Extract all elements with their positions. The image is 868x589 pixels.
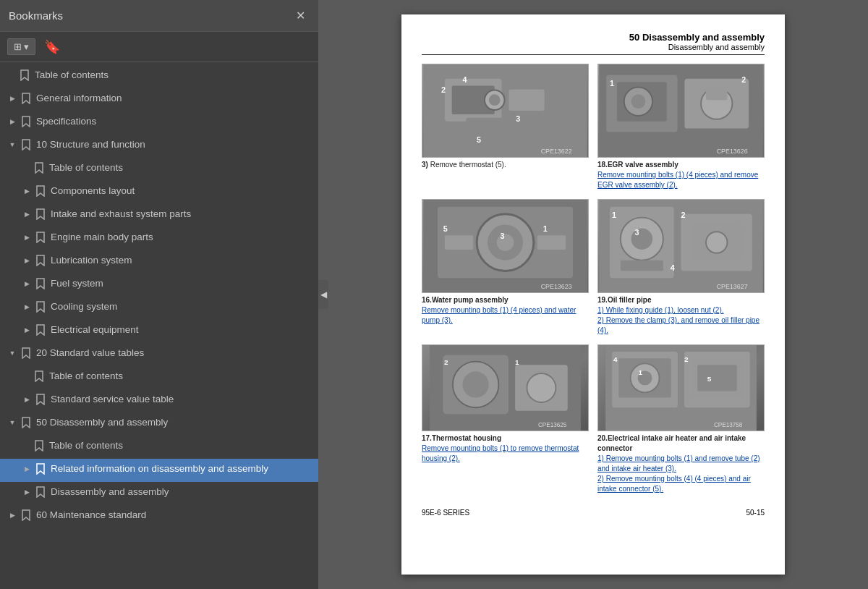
svg-point-4	[489, 94, 501, 106]
sidebar-title: Bookmarks	[9, 9, 63, 22]
sidebar-item-label: Related information on disassembly and a…	[51, 462, 312, 475]
svg-text:4: 4	[462, 75, 467, 84]
bookmark-icon	[35, 255, 46, 266]
sidebar-item-50-toc[interactable]: Table of contents	[0, 436, 318, 459]
sidebar-item-fuel-system[interactable]: Fuel system	[0, 274, 318, 297]
sidebar-item-20-standard[interactable]: 20 Standard value tables	[0, 343, 318, 366]
svg-rect-28	[445, 235, 473, 250]
bookmark-icon-button[interactable]: 🔖	[41, 38, 63, 56]
svg-text:1: 1	[612, 211, 616, 219]
image-caption-4: 19.Oil filler pipe 1) While fixing guide…	[597, 295, 765, 336]
expand-icon	[20, 255, 33, 268]
expand-icon	[6, 509, 19, 522]
sidebar-item-std-service[interactable]: Standard service value table	[0, 389, 318, 412]
close-button[interactable]: ✕	[292, 7, 310, 24]
expand-icon	[20, 301, 33, 314]
sidebar-item-label: Table of contents	[35, 69, 312, 82]
sidebar-item-intake-exhaust[interactable]: Intake and exhaust system parts	[0, 204, 318, 227]
svg-text:1: 1	[639, 368, 643, 376]
svg-text:CPE13627: CPE13627	[717, 283, 748, 290]
sidebar-item-label: Fuel system	[51, 277, 312, 290]
expand-icon	[20, 278, 33, 291]
page-header: 50 Disassembly and assembly Disassembly …	[422, 32, 765, 55]
svg-text:5: 5	[443, 224, 448, 233]
svg-text:CPE13758: CPE13758	[714, 422, 743, 428]
bookmark-icon	[35, 232, 46, 243]
bookmark-icon	[35, 324, 46, 336]
sidebar-item-label: 20 Standard value tables	[36, 347, 312, 360]
dropdown-arrow-icon: ▾	[24, 41, 29, 52]
expand-icon	[6, 347, 19, 360]
svg-rect-63	[697, 365, 736, 391]
engine-image-6: CPE13758 4 2 1 5	[597, 344, 765, 431]
expand-icon	[6, 93, 19, 106]
bookmark-tree[interactable]: Table of contents General information Sp…	[0, 62, 318, 589]
sidebar-item-label: Engine main body parts	[51, 231, 312, 244]
svg-rect-19	[706, 86, 728, 101]
expand-icon	[20, 463, 33, 476]
bookmark-icon	[35, 463, 46, 475]
sidebar-item-cooling-system[interactable]: Cooling system	[0, 297, 318, 320]
image-caption-3: 16.Water pump assembly Remove mounting b…	[422, 295, 589, 326]
sidebar-item-20-toc[interactable]: Table of contents	[0, 366, 318, 389]
bookmark-icon: 🔖	[44, 40, 60, 54]
svg-text:2: 2	[741, 75, 746, 84]
bookmark-icon	[20, 93, 32, 104]
svg-point-16	[631, 94, 646, 109]
sidebar-item-label: 60 Maintenance standard	[36, 509, 312, 522]
svg-point-50	[463, 371, 489, 397]
page-footer-left: 95E-6 SERIES	[422, 509, 469, 517]
sidebar-item-lubrication[interactable]: Lubrication system	[0, 250, 318, 274]
svg-text:4: 4	[671, 263, 675, 272]
svg-text:5: 5	[477, 135, 481, 144]
sidebar-item-10-toc[interactable]: Table of contents	[0, 158, 318, 181]
sidebar-item-60-maintenance[interactable]: 60 Maintenance standard	[0, 505, 318, 528]
bookmark-icon	[35, 394, 46, 405]
page-header-title: 50 Disassembly and assembly	[422, 32, 765, 43]
image-caption-6: 20.Electrical intake air heater and air …	[597, 433, 765, 494]
image-block-1: CPE13622 2 4 3 5 3) Remove thermostat (5…	[422, 64, 589, 190]
sidebar-item-electrical-equip[interactable]: Electrical equipment	[0, 320, 318, 343]
bookmark-icon	[20, 139, 32, 151]
sidebar-item-50-disassembly[interactable]: 50 Disassembly and assembly	[0, 412, 318, 436]
sidebar-item-label: Table of contents	[49, 439, 312, 452]
bookmarks-sidebar: Bookmarks ✕ ⊞ ▾ 🔖 Table of contents	[0, 0, 318, 589]
sidebar-item-components-layout[interactable]: Components layout	[0, 181, 318, 204]
bookmark-icon	[35, 301, 46, 313]
engine-image-5: CPE13625 2 1	[422, 344, 589, 431]
bookmark-icon	[35, 278, 46, 289]
sidebar-item-label: Disassembly and assembly	[51, 486, 312, 499]
sidebar-item-toc-root[interactable]: Table of contents	[0, 65, 318, 88]
sidebar-item-related-info[interactable]: Related information on disassembly and a…	[0, 459, 318, 482]
page-footer: 95E-6 SERIES 50-15	[422, 506, 765, 517]
svg-text:3: 3	[635, 228, 639, 237]
sidebar-item-disassembly-assembly[interactable]: Disassembly and assembly	[0, 482, 318, 505]
main-content-area: 50 Disassembly and assembly Disassembly …	[318, 0, 868, 589]
page-view[interactable]: 50 Disassembly and assembly Disassembly …	[318, 0, 868, 589]
image-caption-5: 17.Thermostat housing Remove mounting bo…	[422, 433, 589, 464]
bookmark-icon	[35, 208, 46, 220]
sidebar-item-10-structure[interactable]: 10 Structure and function	[0, 135, 318, 158]
svg-rect-6	[466, 118, 523, 129]
svg-text:CPE13625: CPE13625	[538, 422, 567, 428]
image-caption-1: 3) Remove thermostat (5).	[422, 160, 589, 170]
sidebar-item-general-info[interactable]: General information	[0, 88, 318, 111]
sidebar-item-label: Electrical equipment	[51, 323, 312, 336]
sidebar-item-specifications[interactable]: Specifications	[0, 111, 318, 135]
collapse-sidebar-button[interactable]: ◀	[318, 280, 328, 309]
expand-icon	[6, 116, 19, 129]
svg-text:CPE13626: CPE13626	[717, 148, 748, 155]
sidebar-item-label: Lubrication system	[51, 254, 312, 267]
sidebar-item-label: Specifications	[36, 115, 312, 128]
sidebar-item-label: Components layout	[51, 185, 312, 198]
image-caption-2: 18.EGR valve assembly Remove mounting bo…	[597, 160, 765, 190]
sidebar-item-label: 50 Disassembly and assembly	[36, 416, 312, 429]
bookmark-icon	[20, 509, 32, 521]
sidebar-item-label: Standard service value table	[51, 393, 312, 406]
expand-icon	[20, 208, 33, 221]
bookmark-icon	[20, 116, 32, 127]
sidebar-item-engine-main[interactable]: Engine main body parts	[0, 227, 318, 250]
svg-point-27	[497, 234, 514, 251]
image-block-2: CPE13626 1 2 18.EGR valve assembly Remov…	[597, 64, 765, 190]
list-view-button[interactable]: ⊞ ▾	[7, 38, 35, 55]
